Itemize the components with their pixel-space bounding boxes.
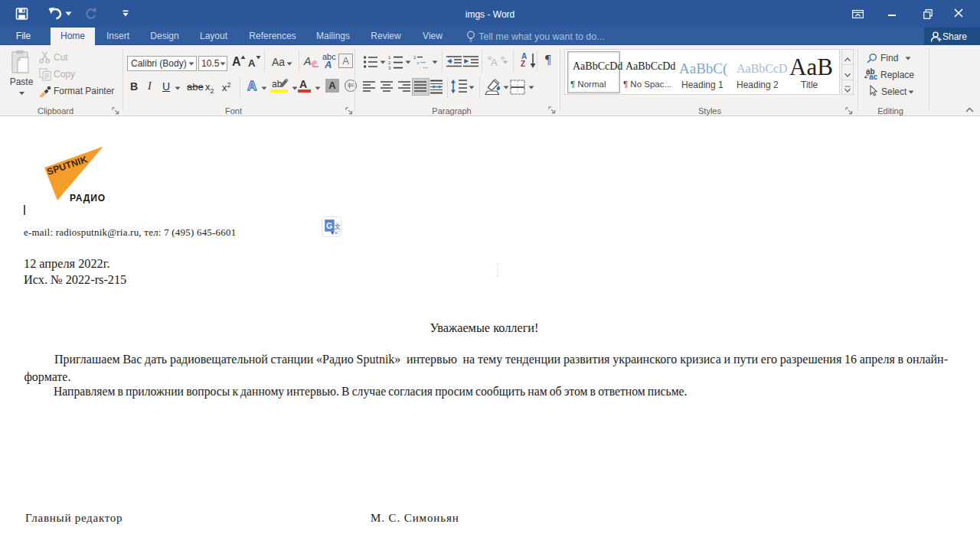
svg-text:i: i (420, 66, 420, 70)
svg-text:1: 1 (388, 55, 391, 60)
svg-text:2: 2 (388, 60, 391, 65)
svg-text:3: 3 (388, 66, 391, 70)
svg-text:文: 文 (334, 223, 341, 230)
svg-text:a: a (416, 60, 420, 65)
svg-text:G: G (326, 221, 332, 230)
svg-text:1: 1 (413, 55, 416, 60)
